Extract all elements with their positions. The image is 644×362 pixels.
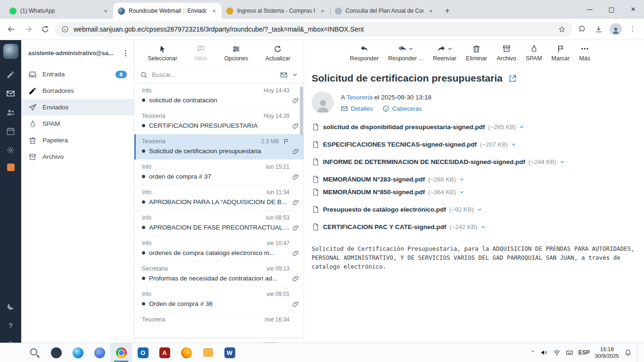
window-minimize-button[interactable]: — — [579, 0, 601, 19]
cpanel-icon[interactable] — [7, 164, 15, 171]
rail-button[interactable] — [2, 85, 19, 101]
volume-icon[interactable] — [540, 349, 548, 356]
taskbar-app-button[interactable] — [219, 343, 240, 362]
browser-tab[interactable]: Consulta del Plan Anual de Con × — [330, 3, 438, 19]
attachment-item[interactable]: MEMORÁNDUM N°283-signed.pdf (~288 KB) — [312, 175, 464, 183]
attachment-menu-chevron-icon[interactable] — [560, 159, 565, 165]
help-button[interactable]: ? — [2, 317, 19, 333]
taskbar-app-button[interactable] — [132, 343, 154, 362]
keyboard-icon[interactable] — [566, 349, 573, 356]
message-list-item[interactable]: Info lun 11:34 APROBACION PARA LA “ADQUI… — [134, 185, 304, 211]
message-list-item[interactable]: Info Hoy 14:43 solicitud de contratación — [134, 83, 304, 109]
taskbar-app-button[interactable] — [89, 343, 110, 362]
message-list-item[interactable]: Tesoreria mié 16:34 — [134, 313, 304, 338]
tray-overflow-chevron-icon[interactable]: ⌃ — [531, 350, 535, 356]
rail-button[interactable] — [2, 142, 19, 158]
network-icon[interactable] — [553, 349, 561, 356]
folder-item[interactable]: Borradores — [21, 82, 134, 99]
forward-button[interactable] — [21, 22, 36, 37]
message-list-item[interactable]: Info lun 08:53 APROBACION DE FASE PRECON… — [134, 211, 304, 236]
browser-tab[interactable]: Ingreso al Sistema - Compras P × — [222, 3, 330, 19]
taskbar-clock[interactable]: 15:18 30/9/2025 — [595, 346, 619, 359]
notifications-icon[interactable] — [624, 349, 632, 356]
browser-tab[interactable]: (1) WhatsApp × — [5, 3, 113, 19]
profile-button[interactable] — [608, 22, 623, 37]
attachment-item[interactable]: INFORME DE DETERMINACION DE NECESIDAD-si… — [312, 158, 565, 166]
tab-close-icon[interactable]: × — [102, 7, 109, 15]
folder-item[interactable]: Entrada 8 — [21, 66, 134, 82]
page-number-input[interactable] — [262, 342, 279, 343]
taskbar-app-button[interactable] — [154, 343, 175, 362]
new-tab-button[interactable]: + — [441, 5, 454, 17]
message-toolbar-button[interactable]: Marcar — [547, 43, 574, 63]
window-maximize-button[interactable]: ▢ — [601, 0, 622, 19]
list-toolbar-button[interactable]: Hilos — [195, 45, 207, 62]
folder-item[interactable]: Papelera — [21, 132, 134, 148]
url-text[interactable]: webmail.sanjuan.gob.ec/cpsess2879723216/… — [74, 25, 553, 33]
message-list-item[interactable]: Tesoreria Hoy 14:29 CERTIFICACION PRESUP… — [134, 109, 304, 134]
taskbar-app-button[interactable] — [67, 343, 89, 362]
message-toolbar-button[interactable]: Responder ... — [384, 43, 428, 63]
attachment-menu-chevron-icon[interactable] — [480, 224, 486, 230]
message-toolbar-button[interactable]: Responder — [346, 43, 383, 63]
details-toggle[interactable]: Detalles — [341, 105, 373, 112]
search-options-chevron-icon[interactable] — [292, 72, 298, 78]
taskbar-app-button[interactable] — [110, 343, 132, 362]
attachment-menu-chevron-icon[interactable] — [459, 189, 464, 195]
attachment-menu-chevron-icon[interactable] — [477, 207, 482, 212]
headers-toggle[interactable]: Cabeceras — [382, 105, 422, 112]
attachment-item[interactable]: CERTIFICACION PAC Y CATE-signed.pdf (~24… — [312, 223, 486, 231]
folder-item[interactable]: Enviados — [21, 99, 134, 115]
browser-menu-button[interactable]: ⋮ — [625, 22, 640, 37]
attachment-item[interactable]: solicitud de disponibilidad presupuestar… — [312, 123, 524, 131]
message-toolbar-button[interactable]: Más — [575, 43, 594, 63]
folder-item[interactable]: SPAM — [21, 115, 134, 132]
attachment-item[interactable]: Presupuesto de catálogo electrónico.pdf … — [312, 206, 482, 214]
taskbar-app-button[interactable] — [2, 343, 24, 362]
folder-item[interactable]: Archivo — [21, 148, 134, 165]
account-menu-icon[interactable]: ⋮ — [122, 49, 129, 58]
message-list-item[interactable]: Tesoreria 2.3 MB Solicitud de certificac… — [134, 134, 304, 160]
rail-button[interactable] — [2, 66, 19, 82]
attachment-menu-chevron-icon[interactable] — [459, 177, 464, 182]
dark-mode-button[interactable] — [2, 298, 19, 314]
list-toolbar-button[interactable]: Actualizar — [265, 45, 290, 62]
window-close-button[interactable]: × — [622, 0, 644, 19]
back-button[interactable] — [4, 22, 19, 37]
search-scope-mail-icon[interactable] — [280, 71, 288, 79]
tab-close-icon[interactable]: × — [427, 7, 435, 15]
attachment-menu-chevron-icon[interactable] — [519, 124, 524, 130]
language-indicator[interactable]: ESP — [578, 349, 590, 356]
extensions-button[interactable] — [574, 22, 589, 37]
attachment-item[interactable]: MEMORÁNDUM N°850-signed.pdf (~364 KB) — [312, 188, 464, 196]
message-toolbar-button[interactable]: Reenviar — [429, 43, 461, 63]
open-in-new-window-icon[interactable] — [508, 74, 517, 83]
list-scrollbar-thumb[interactable] — [300, 86, 303, 135]
site-info-icon[interactable] — [61, 25, 69, 33]
logout-button[interactable] — [2, 336, 19, 343]
recipient-link[interactable]: Tesoreria — [347, 94, 373, 101]
tab-close-icon[interactable]: × — [210, 7, 218, 15]
taskbar-app-button[interactable] — [45, 343, 67, 362]
attachment-item[interactable]: ESPECIFICACIONES TECNICAS-signed-signed.… — [312, 140, 516, 148]
taskbar-app-button[interactable] — [175, 343, 197, 362]
address-bar[interactable]: webmail.sanjuan.gob.ec/cpsess2879723216/… — [55, 22, 572, 37]
message-list-item[interactable]: Info vie 10:47 ordenes de compra catalog… — [134, 236, 304, 262]
taskbar-app-button[interactable] — [24, 343, 45, 362]
list-toolbar-button[interactable]: Seleccionar — [148, 45, 177, 62]
show-desktop-strip[interactable] — [637, 343, 639, 362]
list-toolbar-button[interactable]: Opciones — [224, 45, 248, 62]
message-list-item[interactable]: Info vie 09:01 Orden de compra # 36 — [134, 287, 304, 313]
rail-button[interactable] — [2, 104, 19, 120]
taskbar-app-button[interactable] — [197, 343, 219, 362]
message-toolbar-button[interactable]: Eliminar — [462, 43, 491, 63]
tab-close-icon[interactable]: × — [319, 7, 326, 15]
downloads-button[interactable] — [591, 22, 606, 37]
message-list-item[interactable]: Secretaria vie 09:13 Proformas de necesi… — [134, 262, 304, 287]
browser-tab[interactable]: Roundcube Webmail :: Enviado × — [113, 3, 222, 19]
reload-button[interactable] — [38, 22, 53, 37]
message-list-item[interactable]: Info lun 15:21 orden de compra # 37 — [134, 160, 304, 185]
search-input[interactable] — [152, 71, 276, 78]
account-header[interactable]: asistente-administrativo@sa... ⋮ — [21, 40, 134, 66]
message-toolbar-button[interactable]: SPAM — [521, 43, 546, 63]
